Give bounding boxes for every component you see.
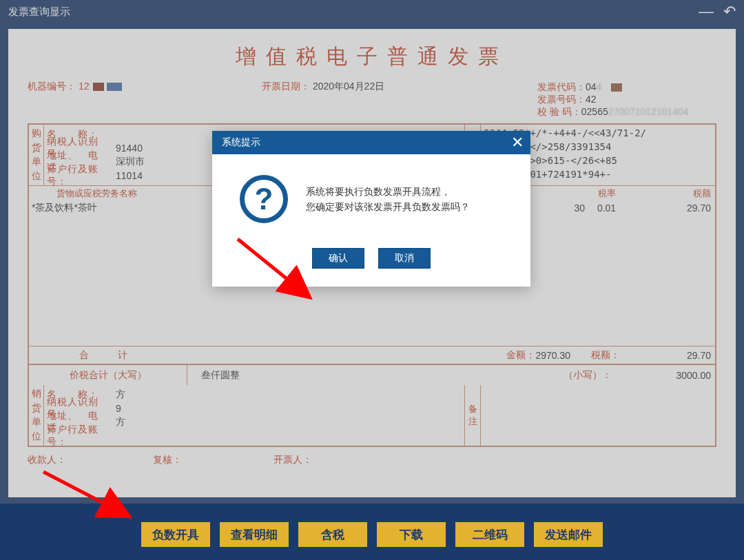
seller-info: 名 称：方 纳税人识别号：9 地址、 电话：方 开户行及账号：: [44, 385, 464, 446]
number-value: 42: [586, 94, 597, 105]
back-icon[interactable]: ↶: [723, 4, 736, 19]
confirm-dialog: 系统提示 ✕ ? 系统将要执行负数发票开具流程， 您确定要对该张发票开具负数发票…: [212, 131, 530, 287]
invoice-title: 增值税电子普通发票: [28, 43, 716, 71]
negative-issue-button[interactable]: 负数开具: [141, 522, 210, 547]
qrcode-button[interactable]: 二维码: [455, 522, 524, 547]
tax-included-button[interactable]: 含税: [298, 522, 367, 547]
machine-label: 机器编号：: [28, 81, 76, 92]
dialog-message: 系统将要执行负数发票开具流程， 您确定要对该张发票开具负数发票吗？: [306, 184, 470, 214]
close-icon[interactable]: ✕: [511, 135, 524, 150]
code-value: 04: [586, 81, 597, 92]
buyer-section-label: 购货单位: [29, 125, 44, 185]
cancel-button[interactable]: 取消: [378, 248, 431, 269]
remarks-section-label: 备注: [464, 385, 481, 446]
invoice-header: 机器编号： 12 开票日期： 2020年04月22日 发票代码：044 发票号码…: [28, 81, 716, 118]
date-label: 开票日期：: [262, 81, 310, 92]
total-amount: 2970.30: [535, 350, 591, 361]
seller-section-label: 销货单位: [29, 385, 44, 446]
view-detail-button[interactable]: 查看明细: [220, 522, 289, 547]
number-label: 发票号码：: [537, 94, 586, 105]
window-title: 发票查询显示: [8, 6, 70, 19]
sum-cap: 叁仟圆整: [187, 369, 564, 382]
download-button[interactable]: 下载: [377, 522, 446, 547]
bottom-toolbar: 负数开具 查看明细 含税 下载 二维码 发送邮件: [0, 504, 744, 560]
machine-value: 12: [79, 81, 90, 92]
total-label: 合 计: [29, 349, 187, 362]
send-email-button[interactable]: 发送邮件: [534, 522, 603, 547]
total-tax: 29.70: [632, 350, 715, 361]
confirm-button[interactable]: 确认: [312, 248, 364, 269]
question-icon: ?: [240, 175, 288, 223]
sum-small: 3000.00: [632, 370, 715, 381]
check-value: 02565: [581, 106, 608, 117]
remarks-text: [481, 385, 715, 446]
footer-line: 收款人： 复核： 开票人：: [28, 454, 716, 466]
window-titlebar: 发票查询显示 — ↶: [0, 0, 744, 23]
sum-label: 价税合计（大写）: [29, 365, 187, 385]
dialog-title: 系统提示: [222, 136, 260, 149]
minimize-icon[interactable]: —: [699, 4, 714, 19]
date-value: 2020年04月22日: [313, 81, 384, 92]
check-label: 校 验 码：: [537, 106, 581, 117]
code-label: 发票代码：: [537, 81, 586, 92]
